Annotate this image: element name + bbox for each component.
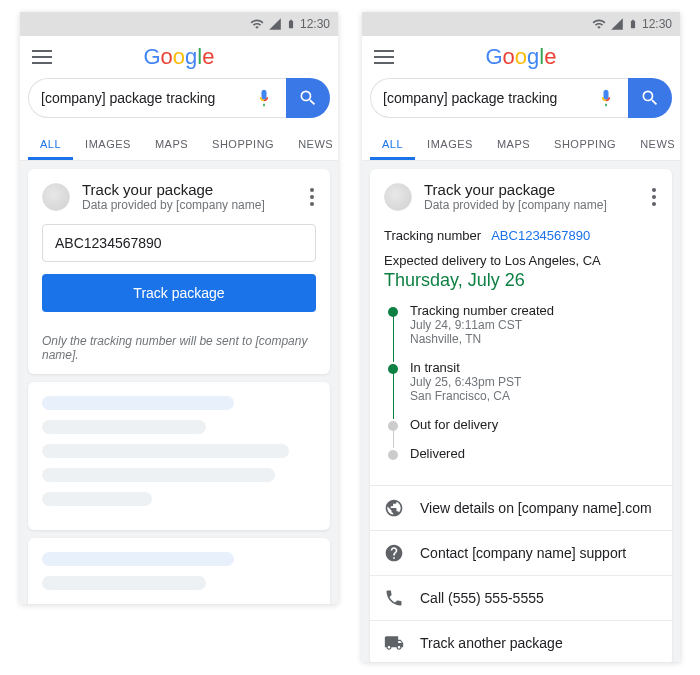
- search-box[interactable]: [370, 78, 628, 118]
- link-text: Contact [company name] support: [420, 545, 626, 561]
- more-icon[interactable]: [304, 182, 316, 212]
- provider-favicon: [42, 183, 70, 211]
- timeline-step: Out for delivery: [388, 417, 658, 446]
- signal-icon: [610, 17, 624, 31]
- tab-news[interactable]: NEWS: [628, 128, 680, 160]
- timeline-dot-icon: [388, 450, 398, 460]
- step-label: Tracking number created: [410, 303, 554, 318]
- step-datetime: July 24, 9:11am CST: [410, 318, 554, 332]
- provider-favicon: [384, 183, 412, 211]
- tab-shopping[interactable]: SHOPPING: [200, 128, 286, 160]
- search-icon: [640, 88, 660, 108]
- statusbar: 12:30: [362, 12, 680, 36]
- tracking-card: Track your package Data provided by [com…: [28, 169, 330, 374]
- phone-left: 12:30 Google ALL IMAGES MAPS SHOPPING NE…: [20, 12, 338, 604]
- card-subtitle: Data provided by [company name]: [424, 198, 634, 212]
- content-left: Track your package Data provided by [com…: [20, 161, 338, 604]
- track-package-button[interactable]: Track package: [42, 274, 316, 312]
- menu-icon[interactable]: [32, 50, 52, 64]
- tab-images[interactable]: IMAGES: [415, 128, 485, 160]
- view-details-link[interactable]: View details on [company name].com: [370, 485, 672, 530]
- link-text: View details on [company name].com: [420, 500, 652, 516]
- wifi-icon: [592, 17, 606, 31]
- mic-icon[interactable]: [254, 88, 274, 108]
- timeline-dot-icon: [388, 307, 398, 317]
- step-label: In transit: [410, 360, 521, 375]
- google-logo: Google: [412, 44, 630, 70]
- tracking-number-input[interactable]: [42, 224, 316, 262]
- tab-maps[interactable]: MAPS: [485, 128, 542, 160]
- skeleton-card: [28, 538, 330, 604]
- help-icon: [384, 543, 404, 563]
- signal-icon: [268, 17, 282, 31]
- battery-icon: [628, 17, 638, 31]
- tab-news[interactable]: NEWS: [286, 128, 338, 160]
- card-title: Track your package: [82, 181, 292, 198]
- step-datetime: July 25, 6:43pm PST: [410, 375, 521, 389]
- step-label: Out for delivery: [410, 417, 498, 432]
- globe-icon: [384, 498, 404, 518]
- statusbar: 12:30: [20, 12, 338, 36]
- link-text: Call (555) 555-5555: [420, 590, 544, 606]
- statusbar-time: 12:30: [642, 17, 672, 31]
- battery-icon: [286, 17, 296, 31]
- search-button[interactable]: [286, 78, 330, 118]
- call-link[interactable]: Call (555) 555-5555: [370, 575, 672, 620]
- step-location: Nashville, TN: [410, 332, 554, 346]
- searchbar: [370, 78, 672, 118]
- step-location: San Francisco, CA: [410, 389, 521, 403]
- timeline-step: Delivered: [388, 446, 658, 475]
- card-subtitle: Data provided by [company name]: [82, 198, 292, 212]
- searchbar: [28, 78, 330, 118]
- search-input[interactable]: [383, 90, 596, 106]
- timeline-step: In transit July 25, 6:43pm PST San Franc…: [388, 360, 658, 417]
- track-another-link[interactable]: Track another package: [370, 620, 672, 662]
- tab-all[interactable]: ALL: [28, 128, 73, 160]
- search-box[interactable]: [28, 78, 286, 118]
- phone-right: 12:30 Google ALL IMAGES MAPS SHOPPING NE…: [362, 12, 680, 662]
- truck-icon: [384, 633, 404, 653]
- card-title: Track your package: [424, 181, 634, 198]
- phone-icon: [384, 588, 404, 608]
- menu-icon[interactable]: [374, 50, 394, 64]
- step-label: Delivered: [410, 446, 465, 461]
- header: Google: [362, 36, 680, 78]
- statusbar-time: 12:30: [300, 17, 330, 31]
- timeline-dot-icon: [388, 364, 398, 374]
- tracking-result-card: Track your package Data provided by [com…: [370, 169, 672, 662]
- tab-maps[interactable]: MAPS: [143, 128, 200, 160]
- link-text: Track another package: [420, 635, 563, 651]
- timeline-step: Tracking number created July 24, 9:11am …: [388, 303, 658, 360]
- disclaimer-text: Only the tracking number will be sent to…: [28, 326, 330, 374]
- timeline: Tracking number created July 24, 9:11am …: [388, 303, 658, 475]
- tabs: ALL IMAGES MAPS SHOPPING NEWS: [20, 128, 338, 161]
- wifi-icon: [250, 17, 264, 31]
- tab-shopping[interactable]: SHOPPING: [542, 128, 628, 160]
- tab-all[interactable]: ALL: [370, 128, 415, 160]
- expected-delivery-line: Expected delivery to Los Angeles, CA: [384, 253, 658, 268]
- skeleton-card: [28, 382, 330, 530]
- tracking-number-label: Tracking number: [384, 228, 481, 243]
- delivery-date: Thursday, July 26: [384, 270, 658, 291]
- timeline-dot-icon: [388, 421, 398, 431]
- content-right: Track your package Data provided by [com…: [362, 161, 680, 662]
- tabs: ALL IMAGES MAPS SHOPPING NEWS: [362, 128, 680, 161]
- search-button[interactable]: [628, 78, 672, 118]
- mic-icon[interactable]: [596, 88, 616, 108]
- more-icon[interactable]: [646, 182, 658, 212]
- tab-images[interactable]: IMAGES: [73, 128, 143, 160]
- google-logo: Google: [70, 44, 288, 70]
- search-icon: [298, 88, 318, 108]
- header: Google: [20, 36, 338, 78]
- contact-support-link[interactable]: Contact [company name] support: [370, 530, 672, 575]
- search-input[interactable]: [41, 90, 254, 106]
- tracking-number-link[interactable]: ABC1234567890: [491, 228, 590, 243]
